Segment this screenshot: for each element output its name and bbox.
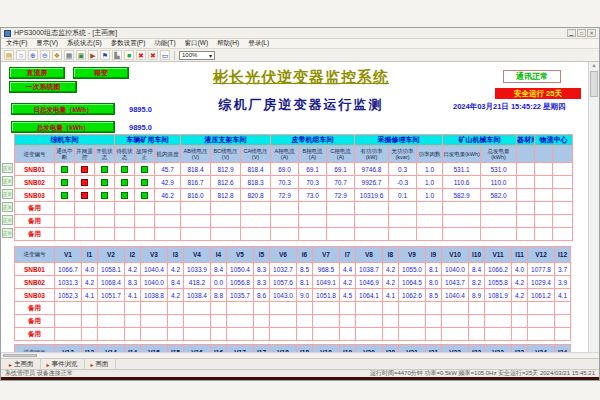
light-cell bbox=[115, 163, 135, 176]
value-cell: 42.9 bbox=[155, 176, 181, 189]
value-cell: 812.6 bbox=[211, 176, 241, 189]
tab-icon: ▸ bbox=[9, 361, 12, 368]
value-cell: 4.1 bbox=[82, 289, 98, 302]
row-detail-button[interactable]: 正常 bbox=[2, 163, 13, 173]
minimize-button[interactable]: ▁ bbox=[567, 29, 576, 37]
value-cell: 4.2 bbox=[383, 263, 399, 276]
box-transformer-button[interactable]: 箱变 bbox=[73, 67, 129, 79]
row-id: 备用 bbox=[15, 215, 55, 228]
menu-item-1[interactable]: 显示(V) bbox=[36, 39, 58, 48]
row-detail-button[interactable]: 正常 bbox=[2, 189, 13, 199]
value-cell: -0.3 bbox=[389, 176, 417, 189]
primary-system-button[interactable]: 一次系统图 bbox=[9, 81, 77, 93]
value-cell: 4.2 bbox=[383, 276, 399, 289]
total-energy-value: 9895.0 bbox=[129, 123, 152, 132]
value-cell: 8.9 bbox=[469, 289, 485, 302]
value-cell: 1040.0 bbox=[141, 276, 168, 289]
zoom-value: 100% bbox=[182, 52, 197, 58]
column-header: V12 bbox=[528, 247, 555, 263]
zoom-out-icon[interactable]: ⊖ bbox=[40, 50, 50, 60]
title-bar[interactable]: HPS3000组态监控系统 - [主画面] ▁ □ ✕ bbox=[1, 28, 599, 39]
menu-item-2[interactable]: 系统状态(S) bbox=[67, 39, 102, 48]
maximize-button[interactable]: □ bbox=[577, 29, 586, 37]
status-light bbox=[81, 192, 88, 199]
zoom-select[interactable]: 100% ▾ bbox=[179, 51, 215, 60]
column-header-row: 逆变编号通讯中断并网遥控开机状态待机状态故障停止机内温度AB线电压(V)BC线电… bbox=[15, 146, 573, 163]
inverter-row: 备用 bbox=[15, 202, 573, 215]
light-cell bbox=[95, 163, 115, 176]
cancel-icon[interactable]: ✖ bbox=[148, 50, 158, 60]
light-cell bbox=[95, 189, 115, 202]
image-icon[interactable]: ▣ bbox=[76, 50, 86, 60]
string-header-row: 逆变编号V13I13V14I14V15I15V16I16V17I17V18I18… bbox=[15, 345, 571, 353]
row-detail-button[interactable]: 正常 bbox=[2, 202, 13, 212]
column-header: I10 bbox=[469, 247, 485, 263]
inverter-row: SNB0346.2816.0812.8820.872.973.072.91031… bbox=[15, 189, 573, 202]
string-row: SNB031052.34.11051.74.11038.84.21038.48.… bbox=[15, 289, 571, 302]
menu-item-4[interactable]: 功能(T) bbox=[154, 39, 175, 48]
column-header: V7 bbox=[313, 247, 340, 263]
row-detail-button[interactable]: 正常 bbox=[2, 176, 13, 186]
hscrollbar-thumb[interactable] bbox=[3, 354, 37, 357]
value-cell: 816.0 bbox=[181, 189, 211, 202]
value-cell: 1051.7 bbox=[98, 289, 125, 302]
value-cell: 4.4 bbox=[340, 263, 356, 276]
dc-screen-button[interactable]: 直流屏 bbox=[9, 67, 65, 79]
column-header: I9 bbox=[426, 247, 442, 263]
row-id: SNB03 bbox=[15, 189, 55, 202]
value-cell: 8.5 bbox=[297, 263, 313, 276]
delete-icon[interactable]: ✖ bbox=[136, 50, 146, 60]
open-folder-icon[interactable]: ▤ bbox=[4, 50, 14, 60]
daily-energy-button[interactable]: 日总发电量（kWh） bbox=[11, 103, 115, 115]
column-header: V14 bbox=[98, 345, 125, 353]
value-cell: 45.7 bbox=[155, 163, 181, 176]
column-header: 有功功率(kW) bbox=[355, 146, 389, 163]
row-detail-button[interactable]: 正常 bbox=[2, 228, 13, 238]
scrollbar-thumb[interactable] bbox=[590, 71, 598, 97]
video-icon[interactable]: ▶ bbox=[88, 50, 98, 60]
search-icon[interactable]: ○ bbox=[16, 50, 26, 60]
close-button[interactable]: ✕ bbox=[587, 29, 596, 37]
workshop-group-header: 综机车间 bbox=[15, 135, 115, 146]
vertical-scrollbar[interactable]: ▲ bbox=[588, 62, 599, 352]
row-detail-button[interactable]: 正常 bbox=[2, 215, 13, 225]
horizontal-scrollbar[interactable] bbox=[1, 352, 599, 358]
value-cell: 1050.4 bbox=[227, 263, 254, 276]
row-id: 备用 bbox=[15, 328, 55, 341]
column-header: I14 bbox=[125, 345, 141, 353]
value-cell: 582.0 bbox=[481, 189, 517, 202]
column-header: 开机状态 bbox=[95, 146, 115, 163]
screen-tab-0[interactable]: ▸主画面 bbox=[3, 359, 41, 369]
column-header: I7 bbox=[340, 247, 356, 263]
menu-item-7[interactable]: 登录(L) bbox=[248, 39, 269, 48]
value-cell: 4.2 bbox=[125, 263, 141, 276]
row-id: SNB01 bbox=[15, 263, 55, 276]
row-id: 备用 bbox=[15, 315, 55, 328]
menu-item-3[interactable]: 参数设置(P) bbox=[111, 39, 146, 48]
total-energy-button[interactable]: 总发电量（kWh） bbox=[11, 121, 115, 133]
column-header: V16 bbox=[184, 345, 211, 353]
print-icon[interactable]: ▦ bbox=[64, 50, 74, 60]
menu-item-6[interactable]: 帮助(H) bbox=[217, 39, 239, 48]
pan-icon[interactable]: ❖ bbox=[52, 50, 62, 60]
menu-item-5[interactable]: 窗口(W) bbox=[185, 39, 208, 48]
screen-tab-2[interactable]: ▸画面 bbox=[85, 359, 116, 369]
value-cell: 1.0 bbox=[417, 189, 443, 202]
monitor-icon[interactable]: ▭ bbox=[160, 50, 170, 60]
value-cell: 1043.0 bbox=[270, 289, 297, 302]
light-cell bbox=[135, 176, 155, 189]
menu-item-0[interactable]: 文件(F) bbox=[6, 39, 27, 48]
value-cell: 1032.7 bbox=[270, 263, 297, 276]
column-header: I19 bbox=[340, 345, 356, 353]
menu-bar: 文件(F)显示(V)系统状态(S)参数设置(P)功能(T)窗口(W)帮助(H)登… bbox=[1, 39, 599, 49]
value-cell: 3.7 bbox=[555, 263, 571, 276]
chart-icon[interactable]: ▙ bbox=[112, 50, 122, 60]
value-cell: 4.2 bbox=[512, 276, 528, 289]
status-light bbox=[61, 179, 68, 186]
screen-tab-1[interactable]: ▸事件浏览 bbox=[41, 359, 85, 369]
window-colors-icon[interactable]: ■ bbox=[124, 50, 134, 60]
column-header: CA线电压(V) bbox=[241, 146, 271, 163]
column-header: V23 bbox=[485, 345, 512, 353]
flag-icon[interactable]: ⚑ bbox=[100, 50, 110, 60]
zoom-in-icon[interactable]: ⊕ bbox=[28, 50, 38, 60]
